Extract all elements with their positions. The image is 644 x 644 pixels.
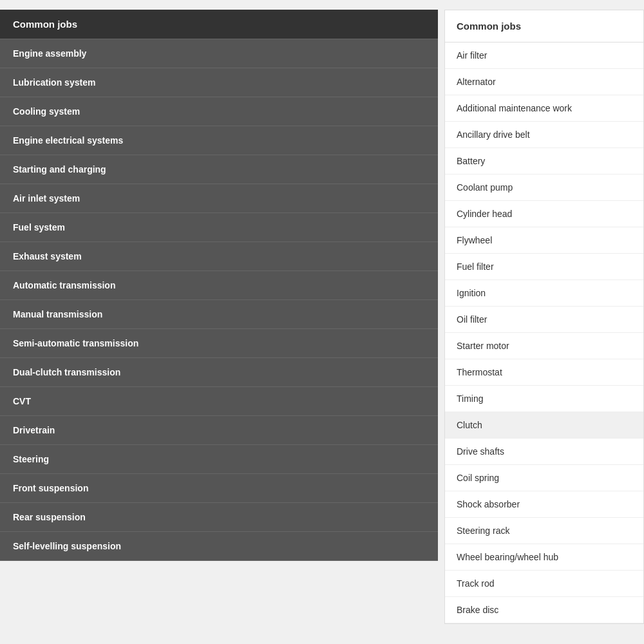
left-menu-item[interactable]: Air inlet system [0,184,438,213]
left-menu: Common jobsEngine assemblyLubrication sy… [0,10,438,561]
left-menu-item[interactable]: Drivetrain [0,416,438,445]
left-panel: Common jobsEngine assemblyLubrication sy… [0,0,438,644]
right-panel: Common jobsAir filterAlternatorAdditiona… [438,0,644,644]
right-menu-item[interactable]: Fuel filter [445,254,643,280]
right-menu-item[interactable]: Track rod [445,571,643,597]
right-menu-item[interactable]: Clutch [445,412,643,439]
left-menu-item[interactable]: Exhaust system [0,242,438,271]
right-menu-item[interactable]: Timing [445,386,643,412]
left-menu-item[interactable]: Semi-automatic transmission [0,329,438,358]
right-menu-item[interactable]: Air filter [445,43,643,69]
right-menu-item[interactable]: Ignition [445,280,643,307]
left-menu-item[interactable]: Dual-clutch transmission [0,358,438,387]
left-menu-item[interactable]: Steering [0,445,438,474]
right-menu-item[interactable]: Battery [445,148,643,175]
left-menu-item[interactable]: Common jobs [0,10,438,39]
left-menu-item[interactable]: Rear suspension [0,503,438,532]
left-menu-item[interactable]: Fuel system [0,213,438,242]
left-menu-item[interactable]: Front suspension [0,474,438,503]
right-menu-item[interactable]: Additional maintenance work [445,95,643,122]
right-menu-item[interactable]: Ancillary drive belt [445,122,643,148]
right-panel-header: Common jobs [445,10,643,43]
left-menu-item[interactable]: Automatic transmission [0,271,438,300]
right-menu-item[interactable]: Wheel bearing/wheel hub [445,544,643,571]
left-menu-item[interactable]: Engine electrical systems [0,126,438,155]
left-menu-item[interactable]: Cooling system [0,97,438,126]
right-menu-item[interactable]: Thermostat [445,359,643,386]
left-menu-item[interactable]: Engine assembly [0,39,438,68]
left-menu-item[interactable]: Starting and charging [0,155,438,184]
right-menu-item[interactable]: Oil filter [445,307,643,333]
right-menu-item[interactable]: Alternator [445,69,643,95]
right-menu-item[interactable]: Cylinder head [445,201,643,227]
left-menu-item[interactable]: Manual transmission [0,300,438,329]
right-menu-item[interactable]: Shock absorber [445,491,643,518]
right-menu-item[interactable]: Brake disc [445,597,643,623]
right-menu-item[interactable]: Flywheel [445,227,643,254]
left-menu-item[interactable]: CVT [0,387,438,416]
right-menu-item[interactable]: Coil spring [445,465,643,491]
right-menu-item[interactable]: Coolant pump [445,175,643,201]
right-menu: Common jobsAir filterAlternatorAdditiona… [444,10,644,624]
left-menu-item[interactable]: Lubrication system [0,68,438,97]
right-menu-item[interactable]: Steering rack [445,518,643,544]
right-menu-item[interactable]: Drive shafts [445,439,643,465]
left-menu-item[interactable]: Self-levelling suspension [0,532,438,561]
right-menu-item[interactable]: Starter motor [445,333,643,359]
